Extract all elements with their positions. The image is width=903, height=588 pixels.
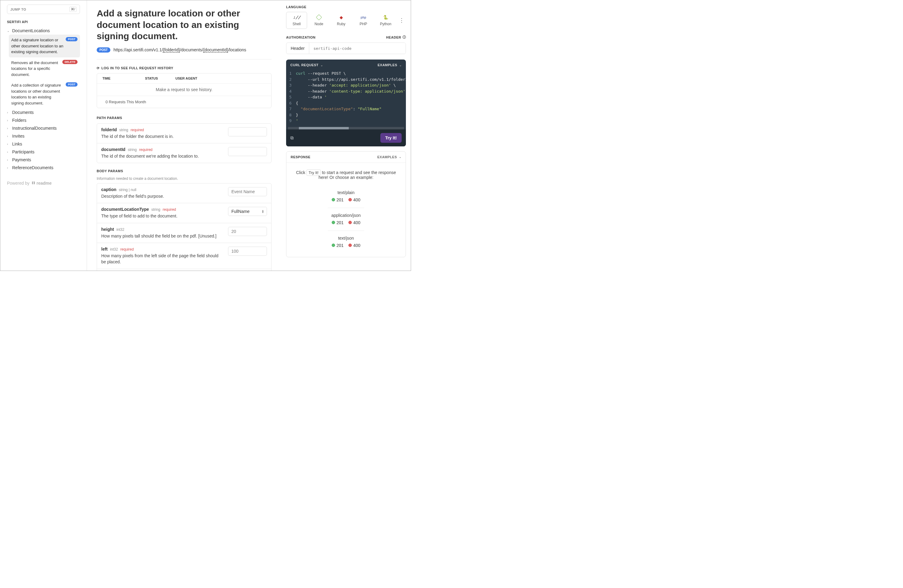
mime-label: text/plain: [337, 190, 354, 195]
lang-name: PHP: [360, 22, 367, 26]
sidebar-section-participants[interactable]: ›Participants: [7, 148, 80, 156]
code-block[interactable]: 1curl --request POST \2 --url https://ap…: [286, 71, 406, 127]
powered-by[interactable]: Powered by readme: [7, 181, 80, 185]
sidebar-section-label: InstructionalDocuments: [12, 126, 57, 130]
caption-input[interactable]: [228, 187, 267, 196]
folderid-input[interactable]: [228, 127, 267, 136]
status-400[interactable]: 400: [348, 243, 360, 248]
jump-to-search[interactable]: JUMP TO ⌘/: [7, 5, 80, 14]
param-name: caption: [101, 187, 116, 192]
status-201[interactable]: 201: [332, 243, 344, 248]
auth-header-input[interactable]: [309, 43, 406, 54]
status-201[interactable]: 201: [332, 220, 344, 225]
path-params-title: PATH PARAMS: [97, 116, 272, 120]
body-params-group: caption string | null Description of the…: [97, 183, 272, 271]
param-required: required: [120, 247, 134, 251]
lang-ruby[interactable]: ◆ Ruby: [330, 12, 351, 29]
url-suffix: /locations: [228, 47, 246, 52]
language-selector: :// Shell Node ◆ Ruby php PHP 🐍 Python ⋮: [286, 12, 406, 29]
sidebar-sub-list: Add a signature location or other docume…: [7, 34, 80, 108]
try-it-button[interactable]: Try It!: [380, 133, 402, 143]
response-body: Click Try It! to start a request and see…: [286, 163, 406, 187]
lang-shell[interactable]: :// Shell: [286, 12, 307, 29]
sidebar-section-instructionaldocuments[interactable]: ›InstructionalDocuments: [7, 124, 80, 132]
response-label: RESPONSE: [291, 155, 310, 159]
lang-node[interactable]: Node: [308, 12, 329, 29]
sidebar-section-links[interactable]: ›Links: [7, 140, 80, 148]
param-name: height: [101, 227, 114, 232]
login-history-label[interactable]: ⟳ LOG IN TO SEE FULL REQUEST HISTORY: [97, 66, 272, 70]
method-pill: POST: [97, 47, 110, 53]
sidebar-section-label: Payments: [12, 157, 31, 162]
python-icon: 🐍: [383, 14, 388, 20]
left-input[interactable]: [228, 247, 267, 256]
history-empty: Make a request to see history.: [97, 83, 271, 96]
status-dot-red: [348, 198, 352, 201]
endpoint-url: https://api.sertifi.com/v1.1/{folderId}/…: [113, 47, 246, 52]
horizontal-scrollbar[interactable]: [288, 127, 404, 129]
param-row-height: height int32 How many pixels tall should…: [97, 223, 271, 243]
chevron-down-icon: ⌄: [7, 29, 11, 33]
sidebar-item-remove-locations[interactable]: Removes all the document locations for a…: [9, 57, 80, 80]
auth-head-text: HEADER: [386, 36, 401, 39]
examples-label-text: EXAMPLES: [377, 155, 397, 159]
response-group-textjson[interactable]: text/json 201 400: [328, 230, 364, 251]
param-row-documentlocationtype: documentLocationType string required The…: [97, 203, 271, 223]
param-row-folderid: folderId string required The id of the f…: [97, 124, 271, 143]
sidebar-section-documentlocations[interactable]: ⌄ DocumentLocations: [7, 27, 80, 34]
lang-php[interactable]: php PHP: [353, 12, 374, 29]
status-201[interactable]: 201: [332, 198, 344, 202]
page-title: Add a signature location or other docume…: [97, 8, 272, 42]
param-required: required: [163, 207, 176, 212]
updown-icon: ▴▾: [262, 210, 264, 213]
url-mid: /documents/: [180, 47, 203, 52]
status-400[interactable]: 400: [348, 198, 360, 202]
ruby-icon: ◆: [338, 14, 344, 20]
chevron-down-icon: ⌄: [321, 63, 323, 67]
status-code: 201: [337, 198, 344, 202]
lang-python[interactable]: 🐍 Python: [375, 12, 396, 29]
status-400[interactable]: 400: [348, 220, 360, 225]
chevron-right-icon: ›: [7, 127, 11, 130]
url-placeholder-documentid: {documentId}: [203, 47, 228, 52]
body-params-title: BODY PARAMS: [97, 169, 272, 173]
param-row-left: left int32 required How many pixels from…: [97, 243, 271, 269]
param-required: required: [131, 128, 144, 132]
sidebar-item-add-location[interactable]: Add a signature location or other docume…: [9, 34, 80, 57]
lang-more-button[interactable]: ⋮: [397, 17, 406, 24]
auth-field-label: Header: [286, 43, 309, 54]
documentid-input[interactable]: [228, 147, 267, 156]
sidebar-section-referencedocuments[interactable]: ›ReferenceDocuments: [7, 164, 80, 172]
status-code: 400: [353, 220, 360, 225]
curl-request-label[interactable]: CURL REQUEST ⌄: [290, 63, 323, 67]
history-col-useragent: USER AGENT: [175, 77, 197, 80]
method-badge-post: POST: [66, 37, 77, 41]
response-examples-dropdown[interactable]: EXAMPLES ⌄: [377, 155, 401, 159]
examples-dropdown[interactable]: EXAMPLES ⌄: [378, 63, 402, 67]
param-desc: The id of the document we're adding the …: [101, 153, 223, 159]
curl-label-text: CURL REQUEST: [290, 63, 319, 67]
param-type: string: [151, 207, 160, 212]
sidebar-item-add-collection[interactable]: Add a collection of signature locations …: [9, 80, 80, 108]
sidebar-section-documents[interactable]: ›Documents: [7, 108, 80, 116]
sidebar-section-invites[interactable]: ›Invites: [7, 132, 80, 140]
auth-header-label[interactable]: HEADER ⓘ: [386, 35, 406, 39]
sidebar-section-folders[interactable]: ›Folders: [7, 116, 80, 124]
history-col-status: STATUS: [145, 77, 175, 80]
response-group-appjson[interactable]: application/json 201 400: [328, 208, 364, 228]
param-row-documentid: documentId string required The id of the…: [97, 143, 271, 163]
response-group-textplain[interactable]: text/plain 201 400: [332, 187, 360, 205]
body-params-sub: Information needed to create a document …: [97, 176, 272, 181]
mime-label: text/json: [338, 236, 354, 240]
chevron-right-icon: ›: [7, 119, 11, 122]
copy-icon[interactable]: ⧉: [290, 135, 294, 141]
resp-text-2: to start a request and see the response …: [319, 170, 396, 180]
documentlocationtype-select[interactable]: FullName ▴▾: [228, 207, 267, 216]
sidebar-section-payments[interactable]: ›Payments: [7, 156, 80, 164]
sidebar-item-label: Add a signature location or other docume…: [11, 37, 63, 55]
url-placeholder-folderid: {folderId}: [163, 47, 180, 52]
right-panel: LANGUAGE :// Shell Node ◆ Ruby php PHP 🐍…: [281, 0, 411, 271]
height-input[interactable]: [228, 227, 267, 236]
status-dot-red: [348, 221, 352, 224]
history-header: TIME STATUS USER AGENT: [97, 74, 271, 83]
